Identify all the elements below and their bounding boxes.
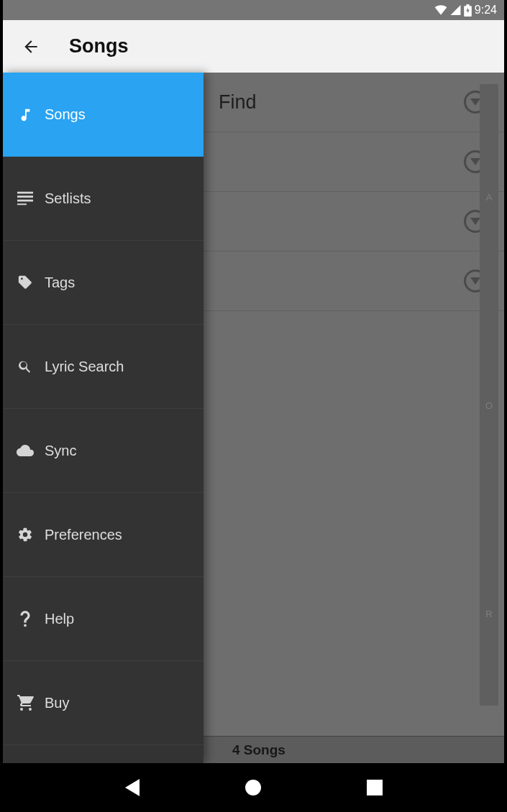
drawer-item-label: Buy bbox=[45, 695, 69, 711]
drawer-item-label: Preferences bbox=[45, 527, 122, 543]
status-time: 9:24 bbox=[475, 4, 497, 17]
tag-icon bbox=[16, 273, 35, 292]
drawer-item-preferences[interactable]: Preferences bbox=[3, 493, 204, 577]
drawer-item-songs[interactable]: Songs bbox=[3, 73, 204, 157]
drawer-item-label: Setlists bbox=[45, 190, 91, 207]
battery-icon bbox=[464, 4, 472, 17]
drawer-item-label: Lyric Search bbox=[45, 359, 124, 375]
cart-icon bbox=[16, 693, 35, 712]
drawer-item-label: Songs bbox=[45, 106, 86, 123]
app-bar: Songs bbox=[3, 20, 504, 73]
drawer-item-setlists[interactable]: Setlists bbox=[3, 157, 204, 241]
nav-home-button[interactable] bbox=[242, 777, 264, 798]
nav-recent-button[interactable] bbox=[364, 777, 385, 798]
system-nav-bar bbox=[0, 763, 507, 812]
page-title: Songs bbox=[69, 35, 129, 57]
device-frame: 9:24 Songs Find bbox=[0, 0, 507, 812]
drawer-item-sync[interactable]: Sync bbox=[3, 409, 204, 493]
nav-back-button[interactable] bbox=[122, 777, 143, 798]
drawer-item-help[interactable]: Help bbox=[3, 577, 204, 661]
svg-rect-1 bbox=[367, 780, 383, 795]
search-icon bbox=[16, 357, 35, 376]
drawer-item-label: Sync bbox=[45, 443, 76, 459]
status-bar: 9:24 bbox=[3, 0, 504, 20]
list-icon bbox=[16, 189, 35, 208]
drawer-item-tags[interactable]: Tags bbox=[3, 241, 204, 325]
back-button[interactable] bbox=[20, 36, 42, 57]
help-icon bbox=[16, 609, 35, 628]
drawer-item-lyric-search[interactable]: Lyric Search bbox=[3, 325, 204, 409]
music-note-icon bbox=[16, 106, 35, 124]
scrim-overlay[interactable] bbox=[204, 736, 504, 763]
drawer-item-label: Help bbox=[45, 611, 74, 627]
drawer-item-buy[interactable]: Buy bbox=[3, 661, 204, 745]
svg-point-0 bbox=[245, 780, 261, 795]
signal-icon bbox=[450, 5, 461, 15]
wifi-icon bbox=[434, 5, 447, 15]
cloud-icon bbox=[16, 441, 35, 460]
gear-icon bbox=[16, 525, 35, 544]
navigation-drawer: Songs Setlists Tags Lyric Search Sync bbox=[3, 73, 204, 763]
drawer-item-label: Tags bbox=[45, 274, 75, 291]
